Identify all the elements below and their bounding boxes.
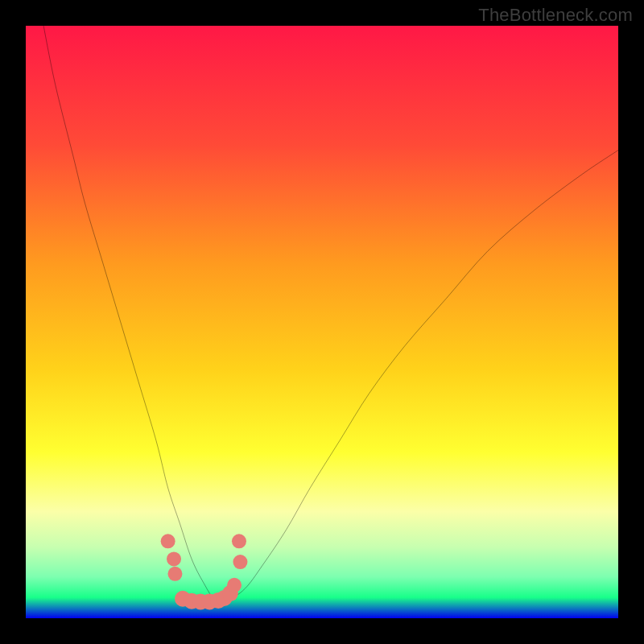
plot-background <box>26 26 618 618</box>
watermark-text: TheBottleneck.com <box>478 5 633 26</box>
bottleneck-chart <box>26 26 618 618</box>
marker-point <box>233 555 247 569</box>
chart-frame: TheBottleneck.com <box>0 0 644 644</box>
marker-point <box>227 578 242 592</box>
marker-point <box>232 534 246 548</box>
marker-point <box>161 534 175 548</box>
marker-point <box>167 551 181 566</box>
marker-point <box>167 567 182 581</box>
